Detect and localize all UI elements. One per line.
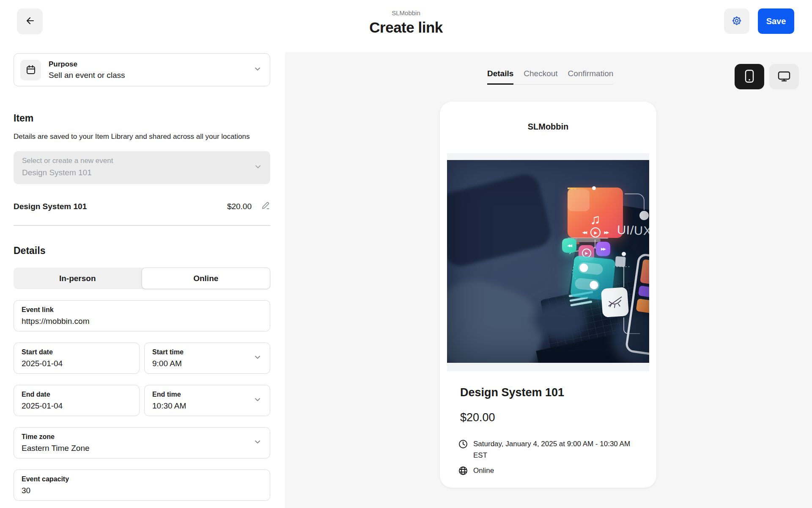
header-title-block: SLMobbin Create link [0, 0, 812, 36]
toggle-in-person[interactable]: In-person [14, 268, 142, 289]
end-date-label: End date [22, 391, 131, 398]
photo-vignette [447, 160, 649, 363]
start-date-label: Start date [22, 348, 131, 356]
tab-checkout[interactable]: Checkout [524, 69, 557, 85]
event-capacity-value: 30 [22, 486, 261, 495]
end-time-value: 10:30 AM [152, 401, 261, 411]
create-link-page: SLMobbin Create link Save Purpose Sell [0, 0, 812, 508]
location-row: Online [458, 465, 641, 477]
chevron-down-icon [253, 162, 263, 173]
checkout-preview-card: SLMobbin [440, 102, 656, 488]
end-row: End date 2025-01-04 End time 10:30 AM [14, 385, 270, 416]
start-time-field[interactable]: Start time 9:00 AM [144, 342, 270, 374]
time-zone-value: Eastern Time Zone [22, 444, 261, 453]
preview-tabs: Details Checkout Confirmation [487, 69, 613, 85]
preview-panel: Details Checkout Confirmation SLMobbin [285, 52, 812, 508]
preview-event-title: Design System 101 [460, 386, 564, 399]
item-price: $20.00 [227, 202, 252, 211]
purpose-label: Purpose [49, 60, 125, 69]
clock-icon [458, 439, 468, 461]
start-date-field[interactable]: Start date 2025-01-04 [14, 342, 140, 374]
event-capacity-field[interactable]: Event capacity 30 [14, 469, 270, 501]
location-mode-toggle: In-person Online [14, 268, 270, 289]
event-capacity-label: Event capacity [22, 475, 261, 483]
start-time-value: 9:00 AM [152, 359, 261, 368]
preview-location: Online [473, 465, 494, 477]
link-form: Purpose Sell an event or class Item Deta… [14, 53, 270, 501]
start-row: Start date 2025-01-04 Start time 9:00 AM [14, 342, 270, 374]
item-row: Design System 101 $20.00 [14, 201, 270, 226]
item-section-description: Details are saved to your Item Library a… [14, 133, 270, 141]
end-time-field[interactable]: End time 10:30 AM [144, 385, 270, 416]
pencil-icon [261, 201, 270, 212]
desktop-preview-toggle[interactable] [769, 64, 799, 89]
event-select[interactable]: Select or create a new event Design Syst… [14, 151, 270, 184]
event-cover-photo: ♫ ◀◀ ▶ ▶▶ ◀◀ ▶ ▶▶ UI/UX [447, 160, 649, 363]
phone-icon [745, 69, 754, 84]
chevron-down-icon [253, 437, 262, 448]
calendar-icon [20, 60, 41, 80]
edit-item-button[interactable] [261, 201, 270, 212]
save-button[interactable]: Save [758, 8, 794, 34]
merchant-name: SLMobbin [0, 9, 812, 17]
item-section-heading: Item [14, 113, 270, 124]
item-name: Design System 101 [14, 202, 227, 211]
settings-button[interactable] [724, 8, 749, 34]
globe-icon [458, 466, 468, 477]
datetime-row: Saturday, January 4, 2025 at 9:00 AM - 1… [458, 438, 641, 461]
preview-merchant-name: SLMobbin [440, 122, 656, 132]
time-zone-field[interactable]: Time zone Eastern Time Zone [14, 427, 270, 458]
end-date-value: 2025-01-04 [22, 401, 131, 411]
event-select-label: Select or create a new event [22, 157, 247, 165]
event-link-field[interactable]: Event link https://mobbin.com [14, 300, 270, 331]
gear-icon [731, 15, 743, 28]
details-section-heading: Details [14, 245, 270, 257]
start-time-label: Start time [152, 348, 261, 356]
event-cover-banner: ♫ ◀◀ ▶ ▶▶ ◀◀ ▶ ▶▶ UI/UX [447, 153, 649, 371]
tab-confirmation[interactable]: Confirmation [568, 69, 614, 85]
start-date-value: 2025-01-04 [22, 359, 131, 368]
monitor-icon [778, 71, 790, 83]
preview-meta: Saturday, January 4, 2025 at 9:00 AM - 1… [458, 438, 641, 481]
purpose-text: Purpose Sell an event or class [49, 60, 125, 80]
header: SLMobbin Create link Save [0, 0, 812, 52]
event-select-value: Design System 101 [22, 168, 247, 177]
time-zone-label: Time zone [22, 433, 261, 441]
purpose-selector[interactable]: Purpose Sell an event or class [14, 53, 270, 86]
event-link-label: Event link [22, 306, 261, 314]
purpose-value: Sell an event or class [49, 71, 125, 80]
page-title: Create link [0, 19, 812, 36]
chevron-down-icon [253, 64, 262, 75]
preview-datetime: Saturday, January 4, 2025 at 9:00 AM - 1… [473, 438, 631, 461]
mobile-preview-toggle[interactable] [735, 64, 764, 89]
tab-details[interactable]: Details [487, 69, 513, 85]
chevron-down-icon [253, 353, 262, 364]
event-link-value: https://mobbin.com [22, 317, 261, 326]
preview-event-price: $20.00 [460, 411, 495, 424]
chevron-down-icon [253, 395, 262, 406]
end-date-field[interactable]: End date 2025-01-04 [14, 385, 140, 416]
end-time-label: End time [152, 391, 261, 398]
toggle-online[interactable]: Online [142, 268, 271, 289]
